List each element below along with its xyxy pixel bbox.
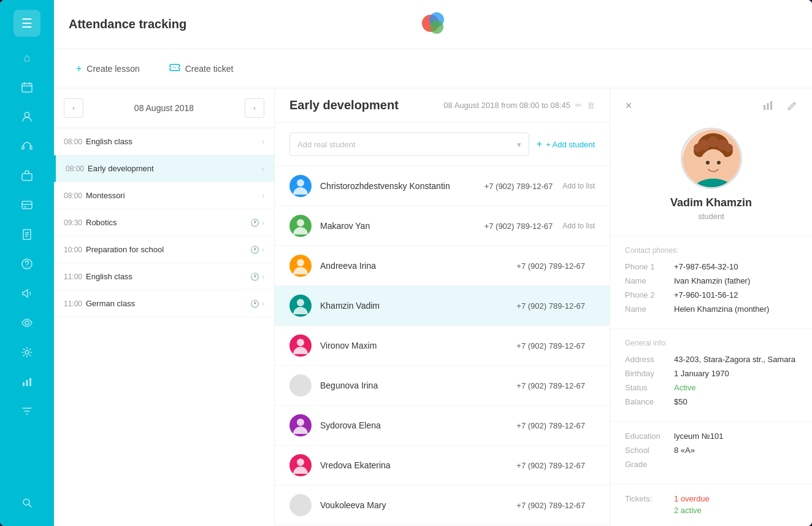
trash-icon[interactable]: 🗑 [587, 101, 595, 110]
main-content: Attendance tracking + Create lesson [54, 0, 812, 526]
svg-rect-39 [767, 103, 769, 110]
avatar [289, 454, 312, 476]
list-item[interactable]: 08:00 Early development › [54, 155, 274, 182]
list-item[interactable]: 10:00 Preparation for school 🕐 › [54, 236, 274, 263]
sidebar-headset-icon[interactable] [13, 133, 40, 160]
sidebar-filter-icon[interactable] [13, 398, 40, 425]
table-row[interactable]: Christorozhdestvensky Konstantin +7 (902… [275, 166, 610, 206]
create-ticket-button[interactable]: Create ticket [162, 57, 241, 80]
svg-point-17 [25, 321, 29, 325]
class-date-info: 08 August 2018 from 08:00 to 08:45 ✏ 🗑 [443, 101, 595, 110]
svg-point-16 [26, 266, 28, 268]
header: Attendance tracking [54, 0, 812, 49]
table-row[interactable]: Andreeva Irina +7 (902) 789-12-67 [275, 246, 610, 286]
next-date-button[interactable]: › [245, 98, 264, 118]
tickets-overdue[interactable]: 1 overdue [674, 494, 710, 503]
svg-point-37 [297, 458, 304, 466]
add-to-list-button[interactable]: Add to list [562, 222, 595, 230]
clock-icon: 🕐 [250, 219, 259, 227]
contact-phones-label: Contact phones: [625, 246, 797, 255]
svg-rect-40 [770, 101, 772, 110]
general-info-label: General info: [625, 339, 797, 347]
list-item[interactable]: 08:00 Montessori › [54, 182, 274, 209]
avatar [289, 295, 312, 317]
sidebar-home-icon[interactable]: ⌂ [13, 44, 40, 71]
svg-point-36 [297, 419, 304, 426]
svg-point-33 [297, 259, 304, 266]
close-button[interactable]: × [620, 97, 637, 114]
add-student-select[interactable]: Add real student ▾ [289, 133, 529, 156]
list-item[interactable]: 11:00 English class 🕐 › [54, 263, 274, 290]
detail-row: Balance $50 [625, 397, 797, 406]
tickets-active[interactable]: 2 active [674, 506, 710, 515]
middle-panel: Early development 08 August 2018 from 08… [275, 88, 610, 526]
detail-row: Birthday 1 January 1970 [625, 369, 797, 378]
sidebar-search-icon[interactable] [13, 489, 40, 516]
plus-icon: + [537, 139, 542, 150]
clock-icon: 🕐 [250, 246, 259, 254]
avatar [289, 335, 312, 357]
sidebar-announce-icon[interactable] [13, 280, 40, 307]
svg-rect-19 [23, 382, 25, 386]
sidebar-chart-icon[interactable] [13, 368, 40, 395]
svg-point-51 [706, 161, 710, 164]
education-section: Education lyceum №101 School 8 «A» Grade [610, 421, 812, 484]
create-lesson-button[interactable]: + Create lesson [69, 58, 147, 79]
tickets-section: Tickets: 1 overdue 2 active [610, 484, 812, 526]
sidebar-card-icon[interactable] [13, 191, 40, 219]
svg-rect-21 [29, 378, 31, 386]
sidebar-menu-icon[interactable]: ☰ [13, 10, 40, 37]
svg-rect-20 [26, 380, 28, 386]
svg-point-52 [717, 161, 721, 164]
list-item[interactable]: 08:00 English class › [54, 128, 274, 155]
svg-point-4 [25, 112, 29, 117]
dropdown-chevron-icon: ▾ [517, 140, 521, 149]
table-row[interactable]: Vredova Ekaterina +7 (902) 789-12-67 [275, 446, 610, 485]
sidebar-eye-icon[interactable] [13, 309, 40, 336]
edit-icon[interactable]: ✏ [575, 101, 582, 110]
svg-point-26 [430, 20, 443, 34]
chevron-right-icon: › [262, 300, 264, 308]
detail-row: Phone 2 +7-960-101-56-12 [625, 290, 797, 300]
sidebar-help-icon[interactable] [13, 250, 40, 277]
detail-row: Name Helen Khamzina (monther) [625, 304, 797, 314]
student-profile: Vadim Khamzin student [610, 123, 812, 236]
sidebar: ☰ ⌂ [0, 0, 54, 526]
table-row[interactable]: Voukoleeva Mary +7 (902) 789-12-67 [275, 485, 610, 525]
table-row[interactable]: Vironov Maxim +7 (902) 789-12-67 [275, 326, 610, 366]
class-header: Early development 08 August 2018 from 08… [275, 88, 610, 123]
detail-row: Phone 1 +7-987-654-32-10 [625, 262, 797, 271]
add-student-button[interactable]: + + Add student [537, 139, 595, 150]
schedule-panel: ‹ 08 August 2018 › 08:00 English class ›… [54, 88, 275, 526]
avatar [289, 215, 312, 237]
stats-icon[interactable] [758, 96, 778, 115]
chevron-right-icon: › [262, 246, 264, 254]
sidebar-settings-icon[interactable] [13, 339, 40, 366]
detail-row: Address 43-203, Stara-Zagora str., Samar… [625, 355, 797, 364]
sidebar-report-icon[interactable] [13, 221, 40, 248]
detail-panel: × [610, 88, 812, 526]
ticket-icon [169, 62, 180, 75]
chevron-right-icon: › [262, 219, 264, 227]
table-row[interactable]: Khamzin Vadim +7 (902) 789-12-67 [275, 286, 610, 326]
toolbar: + Create lesson Create ticket [54, 49, 812, 88]
table-row[interactable]: Begunova Irina +7 (902) 789-12-67 [275, 366, 610, 406]
list-item[interactable]: 11:00 German class 🕐 › [54, 290, 274, 317]
sidebar-briefcase-icon[interactable] [13, 162, 40, 189]
prev-date-button[interactable]: ‹ [64, 98, 83, 118]
svg-point-31 [297, 179, 304, 187]
body-area: ‹ 08 August 2018 › 08:00 English class ›… [54, 88, 812, 526]
chevron-right-icon: › [262, 137, 264, 146]
add-to-list-button[interactable]: Add to list [562, 182, 595, 190]
sidebar-person-icon[interactable] [13, 103, 40, 130]
detail-row: Education lyceum №101 [625, 431, 797, 441]
svg-line-23 [29, 505, 31, 507]
detail-row: Name Ivan Khamzin (father) [625, 276, 797, 285]
svg-point-28 [169, 66, 171, 69]
sidebar-calendar-icon[interactable] [13, 74, 40, 101]
table-row[interactable]: Sydorova Elena +7 (902) 789-12-67 [275, 406, 610, 446]
svg-point-48 [694, 144, 702, 152]
list-item[interactable]: 09:30 Robotics 🕐 › [54, 209, 274, 236]
table-row[interactable]: Makarov Yan +7 (902) 789-12-67 Add to li… [275, 206, 610, 246]
edit-detail-icon[interactable] [783, 96, 802, 115]
